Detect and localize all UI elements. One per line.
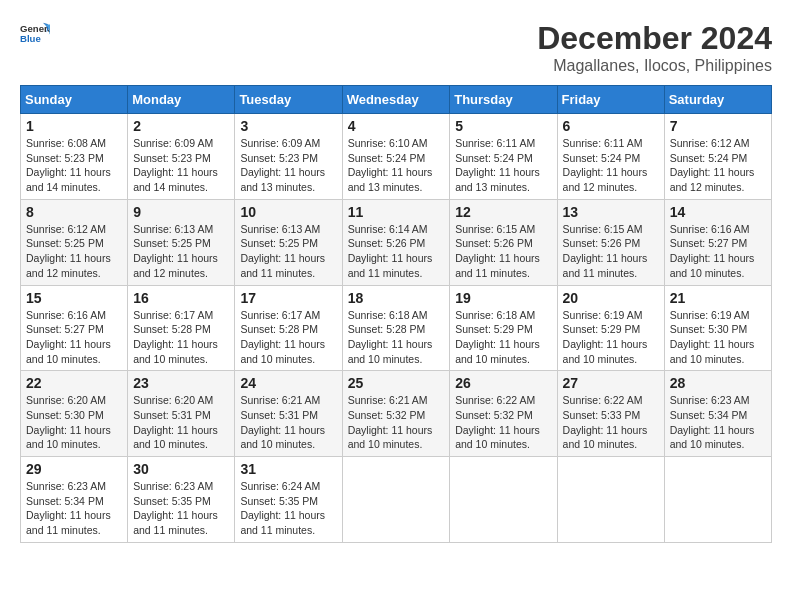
daylight-text: Daylight: 11 hours and 11 minutes. [455,252,540,279]
calendar-week-5: 29 Sunrise: 6:23 AM Sunset: 5:34 PM Dayl… [21,457,772,543]
calendar-cell: 14 Sunrise: 6:16 AM Sunset: 5:27 PM Dayl… [664,199,771,285]
day-number: 4 [348,118,445,134]
daylight-text: Daylight: 11 hours and 10 minutes. [26,424,111,451]
daylight-text: Daylight: 11 hours and 10 minutes. [563,424,648,451]
day-info: Sunrise: 6:19 AM Sunset: 5:29 PM Dayligh… [563,308,659,367]
weekday-header-saturday: Saturday [664,86,771,114]
sunset-text: Sunset: 5:25 PM [240,237,318,249]
calendar-cell: 22 Sunrise: 6:20 AM Sunset: 5:30 PM Dayl… [21,371,128,457]
sunrise-text: Sunrise: 6:20 AM [133,394,213,406]
day-info: Sunrise: 6:15 AM Sunset: 5:26 PM Dayligh… [455,222,551,281]
sunset-text: Sunset: 5:24 PM [563,152,641,164]
day-number: 6 [563,118,659,134]
calendar-week-2: 8 Sunrise: 6:12 AM Sunset: 5:25 PM Dayli… [21,199,772,285]
day-number: 23 [133,375,229,391]
day-number: 1 [26,118,122,134]
daylight-text: Daylight: 11 hours and 11 minutes. [563,252,648,279]
day-number: 21 [670,290,766,306]
daylight-text: Daylight: 11 hours and 12 minutes. [670,166,755,193]
sunset-text: Sunset: 5:24 PM [455,152,533,164]
sunset-text: Sunset: 5:27 PM [670,237,748,249]
page-header: General Blue December 2024 Magallanes, I… [20,20,772,75]
daylight-text: Daylight: 11 hours and 11 minutes. [348,252,433,279]
sunrise-text: Sunrise: 6:19 AM [563,309,643,321]
day-info: Sunrise: 6:09 AM Sunset: 5:23 PM Dayligh… [133,136,229,195]
weekday-header-wednesday: Wednesday [342,86,450,114]
calendar-cell: 29 Sunrise: 6:23 AM Sunset: 5:34 PM Dayl… [21,457,128,543]
sunset-text: Sunset: 5:34 PM [670,409,748,421]
calendar-cell: 10 Sunrise: 6:13 AM Sunset: 5:25 PM Dayl… [235,199,342,285]
weekday-header-tuesday: Tuesday [235,86,342,114]
sunset-text: Sunset: 5:27 PM [26,323,104,335]
daylight-text: Daylight: 11 hours and 10 minutes. [670,252,755,279]
daylight-text: Daylight: 11 hours and 13 minutes. [455,166,540,193]
day-info: Sunrise: 6:23 AM Sunset: 5:35 PM Dayligh… [133,479,229,538]
calendar-week-1: 1 Sunrise: 6:08 AM Sunset: 5:23 PM Dayli… [21,114,772,200]
calendar-cell: 31 Sunrise: 6:24 AM Sunset: 5:35 PM Dayl… [235,457,342,543]
sunset-text: Sunset: 5:32 PM [348,409,426,421]
day-info: Sunrise: 6:17 AM Sunset: 5:28 PM Dayligh… [240,308,336,367]
daylight-text: Daylight: 11 hours and 10 minutes. [133,424,218,451]
sunset-text: Sunset: 5:35 PM [240,495,318,507]
day-info: Sunrise: 6:11 AM Sunset: 5:24 PM Dayligh… [563,136,659,195]
daylight-text: Daylight: 11 hours and 13 minutes. [240,166,325,193]
sunset-text: Sunset: 5:23 PM [240,152,318,164]
day-number: 19 [455,290,551,306]
calendar-cell: 3 Sunrise: 6:09 AM Sunset: 5:23 PM Dayli… [235,114,342,200]
day-info: Sunrise: 6:15 AM Sunset: 5:26 PM Dayligh… [563,222,659,281]
sunrise-text: Sunrise: 6:08 AM [26,137,106,149]
calendar-cell: 23 Sunrise: 6:20 AM Sunset: 5:31 PM Dayl… [128,371,235,457]
day-number: 31 [240,461,336,477]
sunrise-text: Sunrise: 6:20 AM [26,394,106,406]
daylight-text: Daylight: 11 hours and 10 minutes. [348,338,433,365]
calendar-cell: 25 Sunrise: 6:21 AM Sunset: 5:32 PM Dayl… [342,371,450,457]
day-info: Sunrise: 6:14 AM Sunset: 5:26 PM Dayligh… [348,222,445,281]
sunrise-text: Sunrise: 6:11 AM [563,137,643,149]
daylight-text: Daylight: 11 hours and 10 minutes. [670,424,755,451]
sunrise-text: Sunrise: 6:22 AM [563,394,643,406]
day-number: 13 [563,204,659,220]
day-number: 12 [455,204,551,220]
day-number: 22 [26,375,122,391]
daylight-text: Daylight: 11 hours and 10 minutes. [26,338,111,365]
weekday-header-sunday: Sunday [21,86,128,114]
day-info: Sunrise: 6:19 AM Sunset: 5:30 PM Dayligh… [670,308,766,367]
sunrise-text: Sunrise: 6:19 AM [670,309,750,321]
title-area: December 2024 Magallanes, Ilocos, Philip… [537,20,772,75]
calendar-cell: 6 Sunrise: 6:11 AM Sunset: 5:24 PM Dayli… [557,114,664,200]
calendar-week-3: 15 Sunrise: 6:16 AM Sunset: 5:27 PM Dayl… [21,285,772,371]
sunrise-text: Sunrise: 6:10 AM [348,137,428,149]
daylight-text: Daylight: 11 hours and 12 minutes. [133,252,218,279]
sunset-text: Sunset: 5:34 PM [26,495,104,507]
sunrise-text: Sunrise: 6:09 AM [133,137,213,149]
day-info: Sunrise: 6:21 AM Sunset: 5:31 PM Dayligh… [240,393,336,452]
sunrise-text: Sunrise: 6:18 AM [348,309,428,321]
calendar-cell: 9 Sunrise: 6:13 AM Sunset: 5:25 PM Dayli… [128,199,235,285]
calendar-cell: 24 Sunrise: 6:21 AM Sunset: 5:31 PM Dayl… [235,371,342,457]
daylight-text: Daylight: 11 hours and 10 minutes. [133,338,218,365]
day-info: Sunrise: 6:13 AM Sunset: 5:25 PM Dayligh… [133,222,229,281]
calendar-cell: 12 Sunrise: 6:15 AM Sunset: 5:26 PM Dayl… [450,199,557,285]
day-info: Sunrise: 6:18 AM Sunset: 5:28 PM Dayligh… [348,308,445,367]
day-number: 27 [563,375,659,391]
sunset-text: Sunset: 5:28 PM [348,323,426,335]
calendar-cell: 11 Sunrise: 6:14 AM Sunset: 5:26 PM Dayl… [342,199,450,285]
sunset-text: Sunset: 5:28 PM [240,323,318,335]
calendar-cell: 7 Sunrise: 6:12 AM Sunset: 5:24 PM Dayli… [664,114,771,200]
sunset-text: Sunset: 5:31 PM [240,409,318,421]
daylight-text: Daylight: 11 hours and 10 minutes. [563,338,648,365]
day-number: 5 [455,118,551,134]
sunrise-text: Sunrise: 6:17 AM [133,309,213,321]
calendar-cell: 26 Sunrise: 6:22 AM Sunset: 5:32 PM Dayl… [450,371,557,457]
location-title: Magallanes, Ilocos, Philippines [537,57,772,75]
day-number: 14 [670,204,766,220]
sunset-text: Sunset: 5:29 PM [563,323,641,335]
calendar-table: SundayMondayTuesdayWednesdayThursdayFrid… [20,85,772,543]
sunrise-text: Sunrise: 6:23 AM [133,480,213,492]
daylight-text: Daylight: 11 hours and 14 minutes. [26,166,111,193]
calendar-cell: 28 Sunrise: 6:23 AM Sunset: 5:34 PM Dayl… [664,371,771,457]
day-info: Sunrise: 6:23 AM Sunset: 5:34 PM Dayligh… [26,479,122,538]
sunset-text: Sunset: 5:26 PM [455,237,533,249]
calendar-cell: 27 Sunrise: 6:22 AM Sunset: 5:33 PM Dayl… [557,371,664,457]
day-info: Sunrise: 6:12 AM Sunset: 5:25 PM Dayligh… [26,222,122,281]
